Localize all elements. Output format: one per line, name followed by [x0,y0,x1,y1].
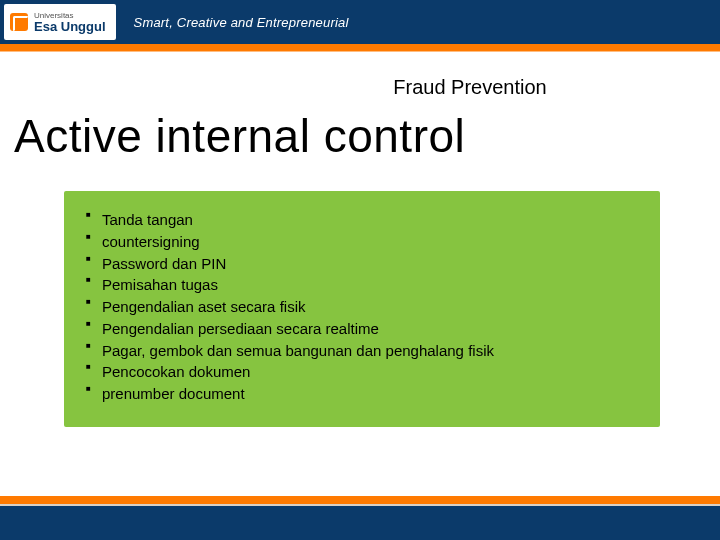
list-item: Pemisahan tugas [86,274,638,296]
slide-header: Universitas Esa Unggul Smart, Creative a… [0,0,720,44]
list-item: Password dan PIN [86,253,638,275]
logo-text: Universitas Esa Unggul [34,12,106,33]
slide-subtitle: Fraud Prevention [0,76,720,99]
logo-icon [10,13,28,31]
list-item: Pengendalian aset secara fisik [86,296,638,318]
list-item: countersigning [86,231,638,253]
list-item: Pencocokan dokumen [86,361,638,383]
footer-blue-bar [0,504,720,540]
slide-footer [0,496,720,540]
header-orange-stripe [0,44,720,52]
list-item: prenumber document [86,383,638,405]
logo-block: Universitas Esa Unggul [4,4,116,40]
list-item: Pagar, gembok dan semua bangunan dan pen… [86,340,638,362]
logo-name: Esa Unggul [34,19,106,34]
slide-title: Active internal control [14,109,720,163]
bullet-list: Tanda tangan countersigning Password dan… [86,209,638,405]
header-tagline: Smart, Creative and Entrepreneurial [134,15,349,30]
footer-orange-stripe [0,496,720,504]
list-item: Tanda tangan [86,209,638,231]
list-item: Pengendalian persediaan secara realtime [86,318,638,340]
content-box: Tanda tangan countersigning Password dan… [64,191,660,427]
